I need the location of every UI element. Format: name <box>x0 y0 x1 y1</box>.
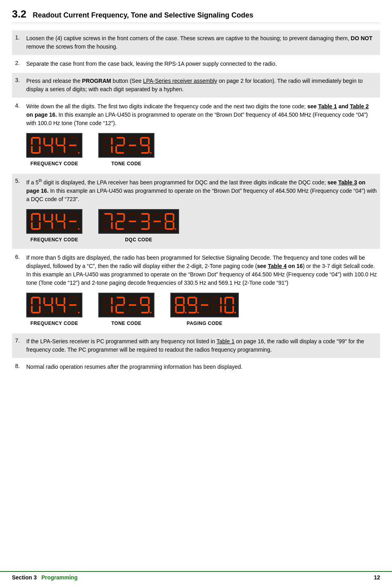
tone-label-6: TONE CODE <box>111 320 142 327</box>
freq-seg-display-4 <box>26 133 82 158</box>
table3-link-5[interactable]: Table 3 <box>338 179 357 186</box>
tone-digit-dash-4 <box>127 136 138 155</box>
freq-label-4: FREQUENCY CODE <box>30 160 78 167</box>
footer-section-label: Section 3 Programming <box>12 574 78 581</box>
pd-dash1-6 <box>199 296 210 314</box>
page-container: 3.2 Readout Current Frequency, Tone and … <box>0 0 392 400</box>
do-not-bold: DO NOT <box>351 35 372 41</box>
td2-6 <box>115 296 126 314</box>
program-bold: PROGRAM <box>82 78 111 84</box>
step-2-number: 2. <box>15 60 26 68</box>
step-3-content: Press and release the PROGRAM button (Se… <box>26 77 377 94</box>
pd1-6 <box>211 296 222 314</box>
step-2-row: 2. Separate the case front from the case… <box>12 56 380 72</box>
td9-6 <box>139 296 150 314</box>
pd0-6 <box>224 296 235 314</box>
page-title: Readout Current Frequency, Tone and Sele… <box>33 11 253 20</box>
step-5-content: If a 5th digit is displayed, the LPA rec… <box>26 178 377 245</box>
tone-seg-display-4 <box>98 133 154 158</box>
freq-digit-4a-4 <box>43 136 54 155</box>
freq-label-6: FREQUENCY CODE <box>30 320 78 327</box>
freq-seg-display-6 <box>26 293 82 317</box>
freq-digit-4b-5 <box>55 212 66 231</box>
footer-page-number: 12 <box>374 574 380 581</box>
footer-section-text: Section 3 <box>12 574 37 581</box>
page-footer: Section 3 Programming 12 <box>0 571 392 583</box>
freq-digit-dash-5 <box>67 212 78 231</box>
table1-link-4[interactable]: Table 1 <box>318 103 337 110</box>
pd9-6 <box>187 296 198 314</box>
freq-digit-4a-5 <box>43 212 54 231</box>
dqc-digit-2-5 <box>115 212 126 231</box>
table2-link-4[interactable]: Table 2 <box>350 103 369 110</box>
tone-display-group-4: TONE CODE <box>98 133 154 167</box>
step-5-number: 5. <box>15 178 26 245</box>
freq-digit-0-4 <box>30 136 41 155</box>
freq-display-group-5: FREQUENCY CODE <box>26 209 82 243</box>
fd-dash-6 <box>67 296 78 314</box>
step5-bold: see Table 3 on page 16. <box>26 179 365 194</box>
step-4-row: 4. Write down the all the digits. The fi… <box>12 98 380 173</box>
td-dash-6 <box>127 296 138 314</box>
step-6-display-area: FREQUENCY CODE <box>26 293 377 327</box>
step-3-number: 3. <box>15 77 26 94</box>
dqc-digit-dash1-5 <box>127 212 138 231</box>
step-1-content: Loosen the (4) captive screws in the fro… <box>26 34 377 51</box>
dqc-seg-display-5 <box>98 209 179 234</box>
fd0-6 <box>30 296 41 314</box>
tone-seg-display-6 <box>98 293 154 317</box>
step-5-display-area: FREQUENCY CODE <box>26 209 377 243</box>
page-header: 3.2 Readout Current Frequency, Tone and … <box>12 8 380 23</box>
step-7-number: 7. <box>15 337 26 354</box>
step-4-display-area: FREQUENCY CODE <box>26 133 377 167</box>
step-6-number: 6. <box>15 254 26 329</box>
step-7-row: 7. If the LPA-Series receiver is PC prog… <box>12 333 380 358</box>
lpa-assembly-link[interactable]: LPA-Series receiver assembly <box>143 78 217 84</box>
dqc-digit-7-5 <box>102 212 113 231</box>
table1-link-7[interactable]: Table 1 <box>216 338 234 344</box>
tone-digit-9-4 <box>139 136 150 155</box>
freq-digit-4b-4 <box>55 136 66 155</box>
td1-6 <box>102 296 113 314</box>
dqc-digit-dash2-5 <box>152 212 163 231</box>
step4-bold: see Table 1 and Table 2 on page 16. <box>26 103 369 118</box>
pd8-6 <box>174 296 185 314</box>
step-8-number: 8. <box>15 363 26 371</box>
step-7-content: If the LPA-Series receiver is PC program… <box>26 337 377 354</box>
paging-display-group-6: PAGING CODE <box>170 293 239 327</box>
step-8-content: Normal radio operation resumes after the… <box>26 363 377 371</box>
section-number: 3.2 <box>12 8 26 20</box>
freq-seg-display-5 <box>26 209 82 234</box>
step6-bold: see Table 4 on 16 <box>257 263 303 269</box>
paging-seg-display-6 <box>170 293 239 317</box>
freq-digit-dash-4 <box>67 136 78 155</box>
step-6-content: If more than 5 digits are displayed, the… <box>26 254 377 329</box>
freq-display-group-4: FREQUENCY CODE <box>26 133 82 167</box>
footer-section-topic: Programming <box>41 574 78 581</box>
dqc-display-group-5: DQC CODE <box>98 209 179 243</box>
freq-label-5: FREQUENCY CODE <box>30 236 78 243</box>
step-5-row: 5. If a 5th digit is displayed, the LPA … <box>12 174 380 249</box>
step-8-row: 8. Normal radio operation resumes after … <box>12 359 380 375</box>
tone-digit-2-4 <box>115 136 126 155</box>
fd4a-6 <box>43 296 54 314</box>
step-1-number: 1. <box>15 34 26 51</box>
step-4-content: Write down the all the digits. The first… <box>26 102 377 169</box>
paging-label-6: PAGING CODE <box>187 320 222 327</box>
step-6-row: 6. If more than 5 digits are displayed, … <box>12 250 380 333</box>
freq-display-group-6: FREQUENCY CODE <box>26 293 82 327</box>
dqc-digit-3-5 <box>139 212 150 231</box>
tone-digit-1-4 <box>102 136 113 155</box>
table4-link-6[interactable]: Table 4 <box>268 263 287 269</box>
fd4b-6 <box>55 296 66 314</box>
dqc-digit-8-5 <box>164 212 175 231</box>
step-1-row: 1. Loosen the (4) captive screws in the … <box>12 30 380 55</box>
step-2-content: Separate the case front from the case ba… <box>26 60 377 68</box>
step-4-number: 4. <box>15 102 26 169</box>
freq-digit-0-5 <box>30 212 41 231</box>
step-3-row: 3. Press and release the PROGRAM button … <box>12 73 380 98</box>
tone-display-group-6: TONE CODE <box>98 293 154 327</box>
tone-label-4: TONE CODE <box>111 160 142 167</box>
dqc-label-5: DQC CODE <box>125 236 152 243</box>
